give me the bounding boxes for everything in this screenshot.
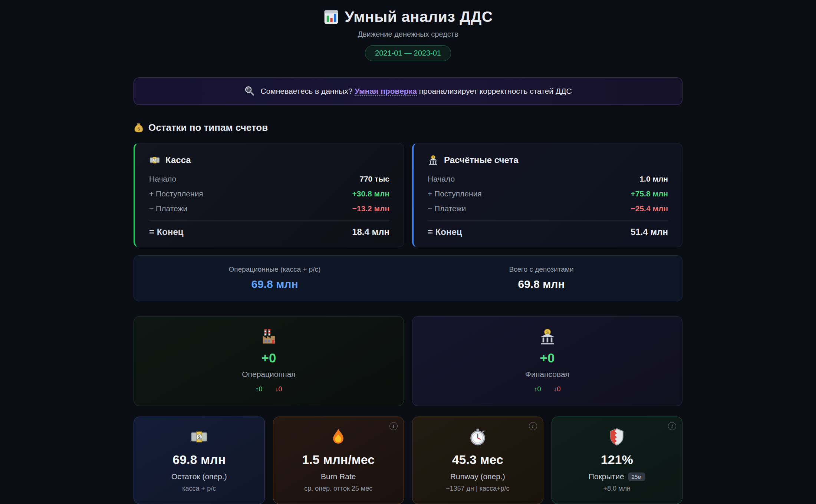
kpi-runway-card: i 45.3 мес Runway (опер.) ~1357 дн | кас… — [412, 417, 543, 504]
kpi-label: Runway (опер.) — [450, 472, 505, 481]
info-icon[interactable]: i — [529, 422, 537, 430]
row-value: −13.2 млн — [352, 204, 389, 213]
smart-check-banner: Сомневаетесь в данных? Умная проверка пр… — [134, 77, 682, 105]
balances-section-title-text: Остатки по типам счетов — [148, 122, 268, 133]
svg-text:$: $ — [198, 434, 201, 440]
cash-row-payments: − Платежи −13.2 млн — [149, 204, 389, 213]
settlement-card-title: $ Расчётные счета — [428, 155, 668, 166]
activity-updown: ↑0 ↓0 — [420, 385, 675, 393]
kpi-value: 45.3 мес — [418, 452, 537, 467]
balances-section-title: $ Остатки по типам счетов — [134, 122, 682, 133]
bank-icon: $ — [428, 155, 439, 166]
account-cards: $ Касса Начало 770 тыс + Поступления +30… — [134, 143, 682, 247]
settlement-row-payments: − Платежи −25.4 млн — [428, 204, 668, 213]
up-count: ↑0 — [255, 385, 262, 393]
stopwatch-icon — [468, 428, 487, 446]
dashboard-page: Умный анализ ДДС Движение денежных средс… — [134, 0, 682, 504]
kpi-subtext: +8.0 млн — [558, 485, 677, 493]
cash-card-title: $ Касса — [149, 155, 389, 166]
deposits-total-value: 69.8 млн — [408, 278, 675, 291]
banner-text-after: проанализирует корректность статей ДДС — [419, 87, 572, 95]
magnifier-icon — [244, 86, 255, 97]
svg-text:$: $ — [154, 158, 156, 162]
cash-row-inflows: + Поступления +30.8 млн — [149, 189, 389, 198]
activity-label: Операционная — [141, 370, 396, 379]
banner-text-before: Сомневаетесь в данных? — [260, 87, 352, 95]
settlement-row-start: Начало 1.0 млн — [428, 175, 668, 183]
activity-updown: ↑0 ↓0 — [141, 385, 396, 393]
money-bag-icon: $ — [134, 123, 144, 133]
svg-text:$: $ — [138, 126, 140, 131]
kpi-subtext: ~1357 дн | касса+р/с — [418, 485, 537, 493]
row-label: − Платежи — [428, 204, 466, 213]
shield-icon — [608, 428, 626, 446]
deposits-total-label: Всего с депозитами — [408, 265, 675, 273]
down-count: ↓0 — [554, 385, 561, 393]
total-value: 51.4 млн — [631, 227, 668, 237]
financial-activity-card: $ +0 Финансовая ↑0 ↓0 — [412, 316, 682, 406]
bank-icon: $ — [539, 328, 556, 345]
operational-activity-card: +0 Операционная ↑0 ↓0 — [134, 316, 404, 406]
row-label: + Поступления — [428, 189, 482, 198]
banknote-icon: $ — [190, 428, 208, 446]
operational-total-label: Операционные (касса + р/с) — [141, 265, 408, 273]
deposits-total: Всего с депозитами 69.8 млн — [408, 265, 675, 291]
activity-label: Финансовая — [420, 370, 675, 379]
total-label: = Конец — [428, 227, 462, 237]
kpi-label: Остаток (опер.) — [171, 472, 227, 481]
settlement-account-card: $ Расчётные счета Начало 1.0 млн + Посту… — [412, 143, 682, 247]
smart-check-link[interactable]: Умная проверка — [355, 87, 417, 96]
activity-cards: +0 Операционная ↑0 ↓0 $ +0 Финансовая ↑0… — [134, 316, 682, 406]
banknote-icon: $ — [149, 155, 160, 166]
page-title-text: Умный анализ ДДС — [345, 8, 493, 26]
info-icon[interactable]: i — [668, 422, 676, 430]
page-subtitle: Движение денежных средств — [134, 30, 682, 39]
kpi-cards: $ 69.8 млн Остаток (опер.) касса + р/с i… — [134, 417, 682, 504]
banner-text: Сомневаетесь в данных? Умная проверка пр… — [260, 87, 572, 96]
kpi-balance-card: $ 69.8 млн Остаток (опер.) касса + р/с — [134, 417, 265, 504]
up-count: ↑0 — [534, 385, 541, 393]
settlement-card-title-text: Расчётные счета — [444, 155, 519, 165]
row-label: Начало — [428, 175, 455, 183]
row-label: + Поступления — [149, 189, 203, 198]
totals-strip: Операционные (касса + р/с) 69.8 млн Всег… — [134, 255, 682, 301]
kpi-value: 69.8 млн — [140, 452, 259, 467]
row-value: 1.0 млн — [639, 175, 668, 183]
row-value: −25.4 млн — [631, 204, 668, 213]
cash-card-title-text: Касса — [165, 155, 191, 165]
page-header: Умный анализ ДДС Движение денежных средс… — [134, 8, 682, 61]
kpi-subtext: касса + р/с — [140, 485, 259, 493]
kpi-burnrate-card: i 1.5 млн/мес Burn Rate ср. опер. отток … — [273, 417, 404, 504]
divider — [428, 220, 668, 221]
kpi-coverage-card: i 121% Покрытие 25м +8.0 млн — [552, 417, 683, 504]
divider — [149, 220, 389, 221]
activity-net-value: +0 — [141, 351, 396, 365]
period-badge: 2021-01 — 2023-01 — [365, 45, 451, 61]
bar-chart-icon — [323, 9, 339, 25]
factory-icon — [260, 328, 278, 345]
down-count: ↓0 — [275, 385, 282, 393]
settlement-row-inflows: + Поступления +75.8 млн — [428, 189, 668, 198]
total-label: = Конец — [149, 227, 184, 237]
cash-row-total: = Конец 18.4 млн — [149, 227, 389, 237]
kpi-label: Покрытие — [589, 472, 624, 481]
kpi-value: 121% — [558, 452, 677, 467]
page-title: Умный анализ ДДС — [134, 8, 682, 26]
operational-total: Операционные (касса + р/с) 69.8 млн — [141, 265, 408, 291]
total-value: 18.4 млн — [352, 227, 389, 237]
row-label: Начало — [149, 175, 176, 183]
info-icon[interactable]: i — [389, 422, 398, 430]
fire-icon — [329, 428, 348, 446]
row-value: +30.8 млн — [352, 189, 389, 198]
settlement-row-total: = Конец 51.4 млн — [428, 227, 668, 237]
kpi-value: 1.5 млн/мес — [279, 452, 398, 467]
row-value: 770 тыс — [359, 175, 389, 183]
coverage-period-badge: 25м — [628, 472, 645, 481]
activity-net-value: +0 — [420, 351, 675, 365]
row-label: − Платежи — [149, 204, 187, 213]
operational-total-value: 69.8 млн — [141, 278, 408, 291]
cash-row-start: Начало 770 тыс — [149, 175, 389, 183]
cash-account-card: $ Касса Начало 770 тыс + Поступления +30… — [134, 143, 404, 247]
kpi-label: Burn Rate — [321, 472, 356, 481]
row-value: +75.8 млн — [631, 189, 668, 198]
